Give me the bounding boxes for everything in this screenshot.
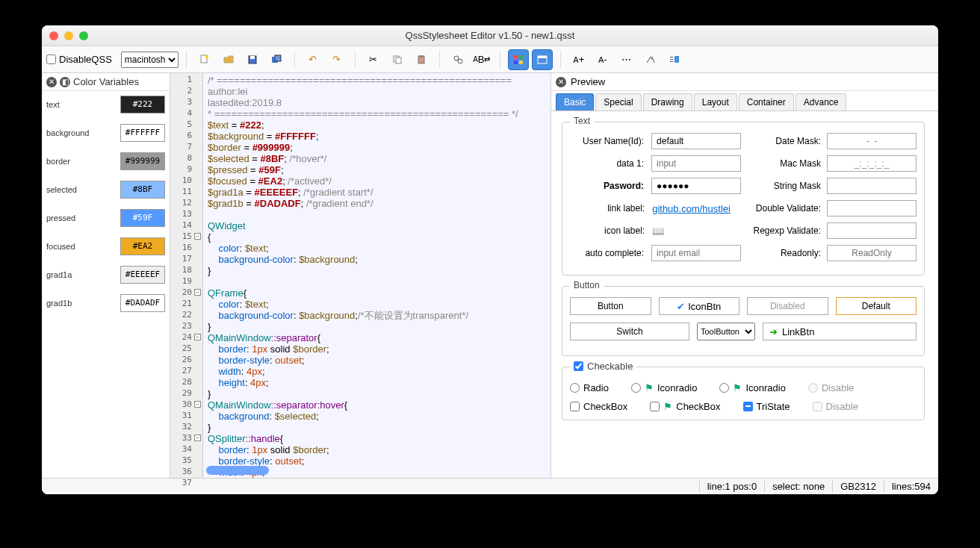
new-icon[interactable] (194, 49, 215, 70)
svg-rect-9 (420, 55, 423, 57)
toolbutton-select[interactable]: ToolButton (697, 323, 755, 340)
redo-icon[interactable]: ↷ (326, 49, 347, 70)
button-icon[interactable]: ✔IconBtn (659, 297, 740, 315)
preview-tabs: BasicSpecialDrawingLayoutContainerAdvanc… (551, 91, 938, 111)
more-icon[interactable]: ⋯ (616, 49, 637, 70)
tab-layout[interactable]: Layout (694, 93, 737, 110)
copy-icon[interactable] (387, 49, 408, 70)
var-grad1b[interactable]: grad1b#DADADF (46, 294, 165, 312)
macmask-field[interactable] (827, 155, 917, 172)
svg-rect-7 (396, 57, 401, 63)
autocomplete-field[interactable] (651, 245, 741, 261)
var-pressed[interactable]: pressed#59F (46, 209, 165, 227)
svg-rect-5 (275, 55, 281, 61)
theme-select[interactable]: macintosh (121, 52, 179, 68)
preview-panel-icon[interactable] (532, 49, 553, 70)
datemask-field[interactable] (827, 133, 917, 149)
find-icon[interactable] (447, 49, 468, 70)
data1-field[interactable] (651, 155, 741, 172)
svg-rect-20 (670, 61, 673, 62)
window-title: QssStylesheet Editor v1.50 - new1.qsst (42, 30, 938, 41)
close-icon[interactable] (49, 31, 58, 40)
svg-rect-14 (514, 60, 518, 64)
undock-panel-icon[interactable]: ◧ (60, 77, 70, 87)
cut-icon[interactable]: ✂ (363, 49, 384, 70)
var-focused[interactable]: focused#EA2 (46, 237, 165, 255)
tab-special[interactable]: Special (595, 93, 641, 110)
titlebar: QssStylesheet Editor v1.50 - new1.qsst (42, 25, 938, 46)
toolbar: DisableQSS macintosh ↶ ↷ ✂ AB⇄ A+ A- ⋯ (42, 46, 938, 73)
svg-rect-17 (538, 56, 547, 58)
readonly-field (827, 245, 917, 261)
minimize-icon[interactable] (64, 31, 73, 40)
preview-header: ✕ Preview (551, 73, 938, 91)
paste-icon[interactable] (411, 49, 432, 70)
status-selection: select: none (764, 481, 832, 492)
disable-qss-checkbox[interactable]: DisableQSS (46, 54, 112, 65)
run-icon[interactable] (664, 49, 685, 70)
link-button[interactable]: ➜LinkBtn (763, 323, 917, 340)
var-background[interactable]: background#FFFFFF (46, 124, 165, 142)
maximize-icon[interactable] (79, 31, 88, 40)
tab-basic[interactable]: Basic (556, 93, 594, 110)
stringmask-field[interactable] (827, 178, 917, 194)
sidebar-header: ✕ ◧ Color Variables (42, 73, 170, 91)
status-lines: lines:594 (884, 481, 938, 492)
save-icon[interactable] (242, 49, 263, 70)
checkbox-tristate[interactable]: TriState (743, 401, 790, 412)
button-disabled: Disabled (747, 297, 828, 315)
variable-list: text#222background#FFFFFFborder#999999se… (42, 91, 170, 478)
var-border[interactable]: border#999999 (46, 152, 165, 170)
saveas-icon[interactable] (266, 49, 287, 70)
switch-button[interactable]: Switch (570, 323, 689, 340)
doublevalidate-field[interactable] (827, 200, 917, 217)
sidebar: ✕ ◧ Color Variables text#222background#F… (42, 73, 170, 478)
svg-point-1 (205, 55, 208, 58)
tab-container[interactable]: Container (739, 93, 794, 110)
svg-rect-18 (670, 57, 673, 57)
book-icon: 📖 (652, 225, 740, 237)
font-increase-icon[interactable]: A+ (568, 49, 589, 70)
checkbox-disabled: Disable (813, 401, 858, 412)
open-icon[interactable] (218, 49, 239, 70)
svg-rect-12 (514, 55, 518, 59)
horizontal-scrollbar[interactable] (206, 466, 269, 475)
checkbox-icon[interactable]: ⚑ CheckBox (650, 401, 720, 412)
undo-icon[interactable]: ↶ (303, 49, 323, 70)
close-panel-icon[interactable]: ✕ (46, 77, 57, 87)
color-palette-icon[interactable] (508, 49, 529, 70)
font-decrease-icon[interactable]: A- (592, 49, 613, 70)
replace-icon[interactable]: AB⇄ (471, 49, 492, 70)
link-label[interactable]: github.com/hustlei (652, 203, 731, 214)
tab-drawing[interactable]: Drawing (643, 93, 692, 110)
status-encoding: GB2312 (832, 481, 884, 492)
svg-rect-21 (674, 56, 679, 63)
password-field[interactable] (651, 178, 741, 194)
svg-point-11 (458, 59, 462, 63)
checkable-group: Checkable Radio ⚑ Iconradio ⚑ Iconradio … (562, 367, 925, 420)
text-group: Text User Name(Id):Date Mask: data 1:Mac… (562, 122, 925, 275)
radio-icon-2[interactable]: ⚑ Iconradio (719, 382, 785, 393)
preview-panel: ✕ Preview BasicSpecialDrawingLayoutConta… (551, 73, 938, 478)
app-window: QssStylesheet Editor v1.50 - new1.qsst D… (42, 25, 938, 494)
var-text[interactable]: text#222 (46, 96, 165, 113)
checkbox-1[interactable]: CheckBox (570, 401, 627, 412)
var-selected[interactable]: selected#8BF (46, 181, 165, 199)
code-editor[interactable]: 123456789101112131415−1617181920−2122232… (170, 73, 551, 478)
svg-rect-13 (519, 55, 523, 59)
button-plain[interactable]: Button (570, 297, 651, 315)
tab-advance[interactable]: Advance (796, 93, 847, 110)
autoformat-icon[interactable] (640, 49, 661, 70)
button-group: Button Button ✔IconBtn Disabled Default … (562, 286, 925, 356)
checkable-toggle[interactable]: Checkable (574, 361, 633, 372)
radio-1[interactable]: Radio (570, 382, 609, 393)
close-preview-icon[interactable]: ✕ (556, 77, 566, 87)
regexpvalidate-field[interactable] (827, 222, 917, 239)
button-default[interactable]: Default (836, 297, 917, 315)
radio-icon-1[interactable]: ⚑ Iconradio (631, 382, 697, 393)
status-pos: line:1 pos:0 (699, 481, 765, 492)
username-field[interactable] (651, 133, 741, 149)
svg-rect-19 (670, 59, 673, 60)
svg-rect-15 (519, 60, 523, 64)
var-grad1a[interactable]: grad1a#EEEEEF (46, 266, 165, 284)
